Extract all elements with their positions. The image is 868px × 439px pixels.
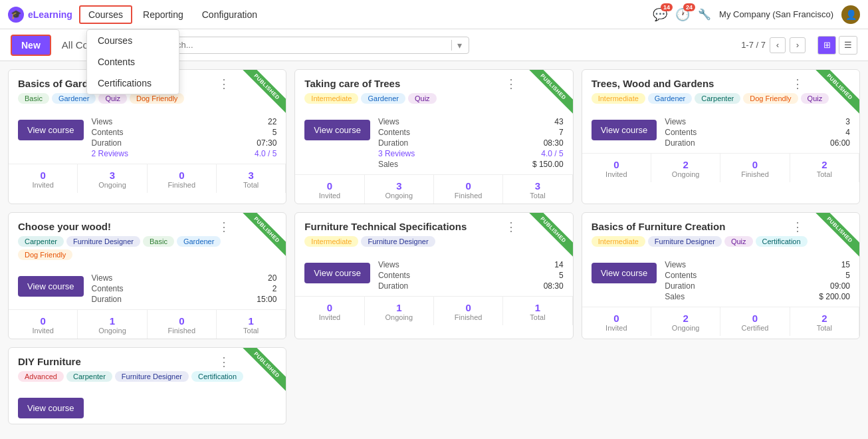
stat-link[interactable]: 4.0 / 5 <box>425 149 563 158</box>
view-course-button[interactable]: View course <box>18 120 84 140</box>
card-footer: 0 Invited 3 Ongoing 0 Finished 3 Total <box>9 164 286 193</box>
stat-label-link[interactable]: 2 Reviews <box>92 149 128 158</box>
stat-label: Duration <box>378 138 415 148</box>
stat-value: 4 <box>707 128 850 137</box>
tag[interactable]: Gardener <box>648 93 692 104</box>
footer-stat: 0 Finished <box>148 310 217 339</box>
footer-label: Ongoing <box>368 192 431 200</box>
stat-value: 7 <box>425 128 563 137</box>
pagination-info: 1-7 / 7 ‹ › <box>741 37 806 53</box>
tag[interactable]: Dog Friendly <box>743 93 798 104</box>
card-menu[interactable]: ⋮ <box>218 355 230 369</box>
tag[interactable]: Carpenter <box>695 93 740 104</box>
stat-link[interactable]: 4.0 / 5 <box>139 149 276 158</box>
stat-label: Duration <box>378 281 410 291</box>
tag[interactable]: Gardener <box>177 236 221 247</box>
tag[interactable]: Certification <box>756 236 808 247</box>
tag[interactable]: Dog Friendly <box>130 93 184 104</box>
tag[interactable]: Intermediate <box>592 93 645 104</box>
tag[interactable]: Quiz <box>801 93 829 104</box>
tag[interactable]: Basic <box>143 236 174 247</box>
tag[interactable]: Quiz <box>98 93 127 104</box>
search-input[interactable] <box>159 40 451 50</box>
logo[interactable]: 🎓 eLearning <box>8 7 72 23</box>
view-course-button[interactable]: View course <box>18 276 84 297</box>
tags: IntermediateFurniture Designer <box>304 236 563 247</box>
card-menu[interactable]: ⋮ <box>505 76 517 91</box>
stat-label: Contents <box>92 284 124 293</box>
view-course-button[interactable]: View course <box>304 120 370 140</box>
pagination-next[interactable]: › <box>790 37 806 53</box>
footer-label: Ongoing <box>80 327 144 335</box>
card-menu[interactable]: ⋮ <box>505 220 517 234</box>
tag[interactable]: Furniture Designer <box>361 236 435 247</box>
card-middle: View course Views14Contents5Duration08:3… <box>295 256 572 296</box>
card-footer: 0 Invited 3 Ongoing 0 Finished 3 Total <box>295 174 572 204</box>
footer-label: Finished <box>150 327 213 335</box>
footer-stat: 3 Total <box>217 164 286 193</box>
view-course-button[interactable]: View course <box>592 263 657 283</box>
footer-stat: 0 Invited <box>9 310 78 339</box>
nav-item-courses[interactable]: Courses <box>79 5 132 24</box>
footer-stat: 2 Total <box>790 154 859 182</box>
tag[interactable]: Certification <box>191 371 243 382</box>
tag[interactable]: Furniture Designer <box>648 236 722 247</box>
card-middle: View course Views3Contents4Duration06:00 <box>582 113 859 153</box>
footer-num: 3 <box>368 180 431 192</box>
tag[interactable]: Furniture Designer <box>66 236 140 247</box>
nav-item-configuration[interactable]: Configuration <box>193 0 267 29</box>
tag[interactable]: Gardener <box>361 93 405 104</box>
footer-label: Invited <box>298 192 361 200</box>
footer-label: Finished <box>723 170 786 178</box>
tag[interactable]: Quiz <box>408 93 437 104</box>
footer-label: Ongoing <box>80 181 144 189</box>
tag[interactable]: Quiz <box>724 236 753 247</box>
view-course-button[interactable]: View course <box>592 120 657 140</box>
card-menu[interactable]: ⋮ <box>792 76 804 91</box>
footer-num: 3 <box>219 170 282 181</box>
stat-value: 08:30 <box>421 281 564 291</box>
stat-label: Contents <box>378 128 415 137</box>
tag[interactable]: Intermediate <box>304 236 358 247</box>
pagination-prev[interactable]: ‹ <box>770 37 786 53</box>
stat-value: 09:00 <box>707 281 850 291</box>
search-dropdown-button[interactable]: ▾ <box>451 40 462 51</box>
card-menu[interactable]: ⋮ <box>792 220 804 234</box>
footer-num: 0 <box>150 170 213 181</box>
view-course-button[interactable]: View course <box>18 398 84 418</box>
tag[interactable]: Basic <box>18 93 49 104</box>
tag[interactable]: Furniture Designer <box>115 371 189 382</box>
footer-num: 3 <box>80 170 144 181</box>
clock-icon-wrapper[interactable]: 🕐 24 <box>675 7 690 22</box>
chat-badge: 14 <box>661 3 673 11</box>
dropdown-item-certifications[interactable]: Certifications <box>87 73 179 94</box>
course-card: PUBLISHED ⋮ DIY Furniture AdvancedCarpen… <box>8 347 286 424</box>
tag[interactable]: Gardener <box>52 93 96 104</box>
company-name[interactable]: My Company (San Francisco) <box>719 9 833 19</box>
tag[interactable]: Carpenter <box>66 371 112 382</box>
tag[interactable]: Dog Friendly <box>18 249 72 260</box>
footer-stat: 0 Invited <box>9 164 78 193</box>
dropdown-item-courses[interactable]: Courses <box>87 30 179 51</box>
tag[interactable]: Carpenter <box>18 236 64 247</box>
list-view-button[interactable]: ☰ <box>839 36 857 55</box>
avatar[interactable]: 👤 <box>841 5 860 24</box>
logo-text: eLearning <box>28 9 72 20</box>
chat-icon-wrapper[interactable]: 💬 14 <box>653 7 667 22</box>
card-menu[interactable]: ⋮ <box>218 76 230 91</box>
card-title: DIY Furniture <box>18 356 276 367</box>
card-title: Basics of Furniture Creation <box>592 221 850 232</box>
wrench-icon: 🔧 <box>698 8 711 21</box>
tag[interactable]: Intermediate <box>304 93 358 104</box>
tag[interactable]: Advanced <box>18 371 64 382</box>
view-course-button[interactable]: View course <box>304 263 370 283</box>
card-body: DIY Furniture AdvancedCarpenterFurniture… <box>9 348 286 391</box>
card-menu[interactable]: ⋮ <box>218 220 230 234</box>
stat-label-link[interactable]: 3 Reviews <box>378 149 415 158</box>
tag[interactable]: Intermediate <box>592 236 645 247</box>
grid-view-button[interactable]: ⊞ <box>817 36 836 55</box>
stat-label: Contents <box>665 128 697 137</box>
new-button[interactable]: New <box>11 35 51 56</box>
dropdown-item-contents[interactable]: Contents <box>87 51 179 73</box>
nav-item-reporting[interactable]: Reporting <box>134 0 193 29</box>
